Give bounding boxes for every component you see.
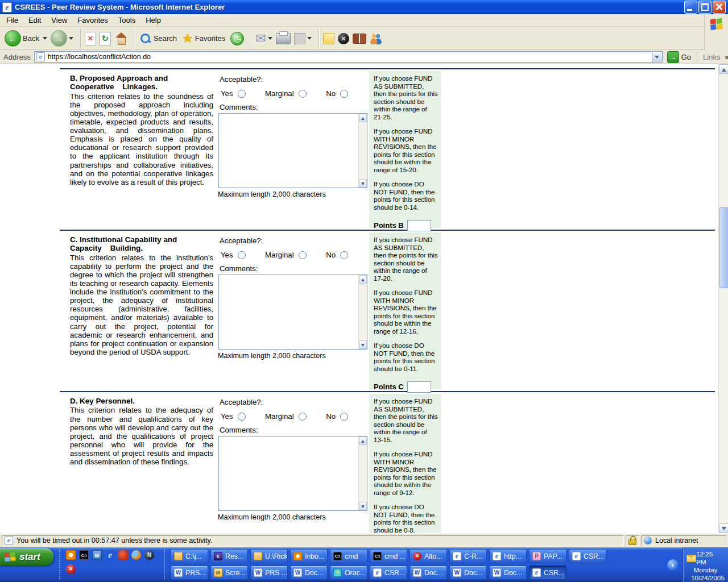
taskbar-button[interactable]: Res... xyxy=(210,549,248,563)
forward-dropdown-icon[interactable] xyxy=(69,37,73,40)
radio-button-icon[interactable] xyxy=(238,251,246,259)
maximize-button[interactable] xyxy=(698,1,712,14)
refresh-button[interactable] xyxy=(100,32,111,45)
taskbar-button[interactable]: C:\j... xyxy=(171,549,208,563)
scroll-down-icon[interactable] xyxy=(359,179,367,188)
radio-button-icon[interactable] xyxy=(238,413,246,421)
notes-clock-icon[interactable] xyxy=(66,550,76,560)
outlook-express-icon[interactable] xyxy=(92,550,102,560)
search-button[interactable]: Search xyxy=(139,32,179,45)
points-input[interactable] xyxy=(407,220,431,231)
cmd-icon[interactable] xyxy=(79,550,89,560)
back-dropdown-icon[interactable] xyxy=(43,37,47,40)
print-button[interactable] xyxy=(276,33,291,44)
taskbar-button[interactable]: U:\Rick xyxy=(250,549,288,563)
minimize-button[interactable] xyxy=(684,1,697,14)
radio-button-icon[interactable] xyxy=(238,90,246,98)
radio-button-icon[interactable] xyxy=(299,413,307,421)
comments-textarea[interactable] xyxy=(218,113,367,188)
links-label[interactable]: Links xyxy=(703,53,720,61)
taskbar-button[interactable]: Scre... xyxy=(210,566,248,580)
comments-textarea[interactable] xyxy=(218,436,367,511)
radio-button-icon[interactable] xyxy=(340,90,348,98)
new-mail-icon[interactable] xyxy=(686,555,696,562)
address-input[interactable]: e https://localhost/conflictAction.do xyxy=(34,51,663,63)
scroll-down-icon[interactable] xyxy=(719,523,728,533)
discuss-button[interactable] xyxy=(323,33,334,44)
mail-button[interactable] xyxy=(255,32,272,45)
taskbar-button[interactable]: Doc... xyxy=(489,566,527,580)
taskbar-button[interactable]: cmd xyxy=(330,549,367,563)
scroll-up-icon[interactable] xyxy=(359,275,367,284)
radio-button-icon[interactable] xyxy=(299,251,307,259)
radio-option-marginal[interactable]: Marginal xyxy=(265,251,307,259)
taskbar-chevron-button[interactable] xyxy=(667,559,679,571)
taskbar-button[interactable]: Doc... xyxy=(290,566,328,580)
radio-button-icon[interactable] xyxy=(340,251,348,259)
points-input[interactable] xyxy=(407,381,431,393)
taskbar-button[interactable]: Doc... xyxy=(410,566,447,580)
taskbar-button[interactable]: Doc... xyxy=(449,566,487,580)
radio-button-icon[interactable] xyxy=(340,413,348,421)
textarea-scrollbar[interactable] xyxy=(358,275,367,349)
taskbar-button[interactable]: Alto... xyxy=(410,549,447,563)
radio-option-yes[interactable]: Yes xyxy=(221,251,246,259)
taskbar-button[interactable]: CSR... xyxy=(529,566,566,580)
radio-option-no[interactable]: No xyxy=(326,412,348,421)
error-x-icon[interactable] xyxy=(66,564,76,574)
radio-option-yes[interactable]: Yes xyxy=(221,89,246,98)
menu-view[interactable]: View xyxy=(46,14,72,26)
menu-favorites[interactable]: Favorites xyxy=(72,14,113,26)
menu-edit[interactable]: Edit xyxy=(23,14,46,26)
taskbar-button[interactable]: PRS ... xyxy=(250,566,288,580)
home-button[interactable] xyxy=(114,32,128,45)
back-button[interactable]: Back xyxy=(5,30,47,47)
address-dropdown-icon[interactable] xyxy=(652,52,662,62)
scroll-down-icon[interactable] xyxy=(359,502,367,510)
taskbar-button[interactable]: PRS... xyxy=(171,566,208,580)
taskbar-button[interactable]: C-R... xyxy=(449,549,487,563)
vertical-scrollbar[interactable] xyxy=(718,64,728,533)
firefox-icon[interactable] xyxy=(131,550,141,560)
taskbar-button[interactable]: CSR... xyxy=(569,549,606,563)
go-button[interactable]: Go xyxy=(667,51,691,63)
block-button[interactable] xyxy=(338,33,349,44)
stop-button[interactable] xyxy=(85,32,96,45)
messenger-button[interactable] xyxy=(370,33,382,44)
scroll-down-icon[interactable] xyxy=(359,340,367,349)
taskbar-button[interactable]: Inbo... xyxy=(290,549,328,563)
mail-dropdown-icon[interactable] xyxy=(268,37,272,40)
favorites-button[interactable]: Favorites xyxy=(182,32,227,45)
scrollbar-thumb[interactable] xyxy=(719,207,728,288)
edit-dropdown-icon[interactable] xyxy=(307,37,312,40)
radio-option-no[interactable]: No xyxy=(326,251,348,259)
scroll-up-icon[interactable] xyxy=(359,436,367,445)
taskbar-button[interactable]: http... xyxy=(489,549,527,563)
scroll-up-icon[interactable] xyxy=(359,114,367,122)
dragon-icon[interactable] xyxy=(118,550,128,560)
radio-option-no[interactable]: No xyxy=(326,89,348,98)
research-button[interactable] xyxy=(353,34,366,44)
scroll-up-icon[interactable] xyxy=(719,64,728,74)
links-chevron-icon[interactable]: » xyxy=(725,53,728,61)
netscape-icon[interactable] xyxy=(144,550,154,560)
taskbar-button[interactable]: Orac... xyxy=(330,566,367,580)
menu-tools[interactable]: Tools xyxy=(113,14,140,26)
radio-option-marginal[interactable]: Marginal xyxy=(265,89,307,98)
taskbar-button[interactable]: PAP... xyxy=(529,549,566,563)
comments-textarea[interactable] xyxy=(218,275,367,350)
menu-file[interactable]: File xyxy=(1,14,23,26)
internet-explorer-icon[interactable] xyxy=(105,550,115,560)
menu-help[interactable]: Help xyxy=(140,14,166,26)
edit-button[interactable] xyxy=(294,33,312,44)
close-button[interactable] xyxy=(713,1,726,14)
taskbar-button[interactable]: CSR... xyxy=(370,566,407,580)
start-button[interactable]: start xyxy=(0,548,53,566)
textarea-scrollbar[interactable] xyxy=(358,114,367,188)
textarea-scrollbar[interactable] xyxy=(358,436,367,510)
radio-button-icon[interactable] xyxy=(299,90,307,98)
history-button[interactable] xyxy=(230,32,244,45)
taskbar-button[interactable]: cmd ... xyxy=(370,549,407,563)
radio-option-marginal[interactable]: Marginal xyxy=(265,412,307,421)
forward-button[interactable] xyxy=(51,30,73,47)
